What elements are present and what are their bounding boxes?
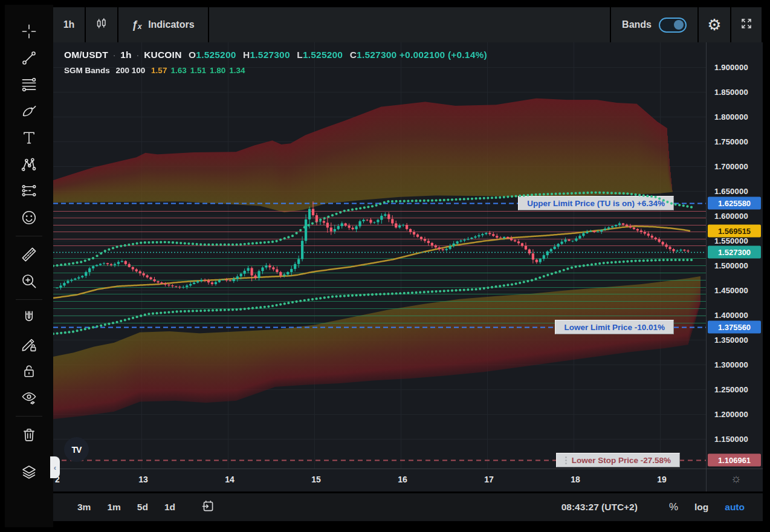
forecast-tool-button[interactable] (16, 178, 42, 204)
crosshair-tool-icon (20, 22, 38, 41)
go-to-date-button[interactable] (200, 498, 216, 516)
toggle-knob (674, 20, 684, 30)
price-tick: 1.250000 (714, 385, 748, 394)
toolbar-separator (16, 299, 42, 300)
time-tick: 16 (398, 475, 407, 484)
object-tree-tool-button[interactable] (16, 459, 42, 485)
price-badge: 1.106961 (708, 454, 761, 467)
price-tick: 1.800000 (714, 112, 748, 122)
price-badge: 1.527300 (708, 246, 761, 259)
fullscreen-icon (739, 16, 754, 33)
price-tick: 1.600000 (714, 212, 748, 221)
gear-icon: ⚙ (707, 16, 721, 34)
chart-style-button[interactable] (86, 7, 117, 42)
zoom-in-tool-button[interactable] (16, 268, 42, 294)
price-tick: 1.150000 (714, 435, 748, 444)
pattern-tool-icon (20, 155, 38, 174)
time-axis[interactable]: ☼ 213141516171819 (53, 469, 763, 491)
time-tick: 13 (138, 475, 148, 484)
range-1d-button[interactable]: 1d (164, 502, 175, 513)
auto-scale-button[interactable]: auto (725, 502, 745, 513)
bands-toggle-group: Bands (611, 7, 697, 42)
drawing-lock-tool-button[interactable] (16, 331, 42, 358)
price-tick: 1.750000 (714, 137, 748, 146)
price-tick: 1.500000 (714, 261, 748, 270)
trading-chart-app: 1h ƒₓ Indicators Bands ⚙ (0, 0, 770, 532)
brush-tool-icon (20, 102, 38, 120)
delete-drawings-tool-icon (20, 426, 38, 444)
emoji-tool-button[interactable] (16, 204, 42, 231)
zoom-in-tool-icon (20, 272, 38, 290)
price-tick: 1.650000 (714, 187, 748, 196)
settings-button[interactable]: ⚙ (699, 7, 730, 42)
toolbar-separator (16, 236, 42, 236)
fib-retracement-tool-icon (20, 76, 38, 94)
log-scale-button[interactable]: log (694, 502, 708, 513)
collapse-panel-tab[interactable]: ‹ (50, 456, 60, 478)
fullscreen-button[interactable] (731, 7, 762, 42)
price-tick: 1.300000 (714, 360, 748, 369)
price-badge: 1.625580 (708, 197, 761, 210)
trend-line-tool-button[interactable] (16, 45, 42, 71)
price-tick: 1.700000 (714, 162, 748, 171)
toolbar-spacer (209, 7, 610, 42)
time-tick: 14 (225, 475, 235, 484)
price-tick: 1.200000 (714, 410, 748, 419)
time-tick: 17 (484, 475, 494, 484)
price-badge: 1.569515 (708, 225, 761, 238)
range-1m-button[interactable]: 1m (107, 502, 120, 513)
price-tick: 1.550000 (714, 236, 748, 245)
percent-scale-button[interactable]: % (669, 501, 678, 513)
toolbar-separator (16, 416, 42, 417)
price-axis[interactable]: 1.9000001.8500001.8000001.7500001.700000… (706, 42, 763, 469)
price-tick: 1.450000 (714, 286, 748, 295)
price-badge: 1.375560 (708, 321, 761, 334)
bands-toggle-label: Bands (622, 19, 652, 30)
magnet-tool-button[interactable] (16, 305, 42, 331)
price-tick: 1.900000 (714, 63, 748, 72)
price-tick: 1.350000 (714, 336, 748, 345)
hide-drawings-tool-icon (20, 389, 38, 407)
drawing-toolbar (5, 5, 53, 527)
price-tick: 1.400000 (714, 311, 748, 320)
time-tick: 18 (571, 475, 580, 484)
brightness-icon[interactable]: ☼ (731, 472, 742, 485)
trend-line-tool-icon (20, 49, 38, 67)
lock-all-tool-button[interactable] (16, 358, 42, 384)
text-tool-icon (20, 129, 38, 147)
candlestick-icon (94, 16, 109, 34)
magnet-tool-icon (20, 309, 38, 327)
crosshair-tool-button[interactable] (16, 18, 42, 45)
ruler-tool-button[interactable] (16, 241, 42, 268)
forecast-tool-icon (20, 182, 38, 200)
text-tool-button[interactable] (16, 125, 42, 151)
time-tick: 15 (311, 475, 321, 484)
axis-divider (706, 469, 707, 491)
fib-retracement-tool-button[interactable] (16, 71, 42, 98)
bottom-toolbar: 3m 1m 5d 1d 08:43:27 (UTC+2) % log auto (53, 493, 763, 521)
fx-icon: ƒₓ (132, 19, 142, 31)
brush-tool-button[interactable] (16, 98, 42, 125)
range-5d-button[interactable]: 5d (137, 502, 148, 513)
interval-button[interactable]: 1h (53, 7, 85, 42)
calendar-arrow-icon (200, 498, 216, 516)
pattern-tool-button[interactable] (16, 151, 42, 178)
range-3m-button[interactable]: 3m (77, 502, 91, 513)
ruler-tool-icon (20, 245, 38, 264)
object-tree-tool-icon (20, 463, 38, 481)
time-tick: 19 (657, 475, 667, 484)
emoji-tool-icon (20, 209, 38, 227)
price-tick: 1.850000 (714, 88, 748, 97)
lock-all-tool-icon (20, 362, 38, 380)
drawing-lock-tool-icon (20, 336, 38, 354)
bands-toggle[interactable] (659, 18, 687, 33)
indicators-button[interactable]: ƒₓ Indicators (118, 7, 208, 42)
top-toolbar: 1h ƒₓ Indicators Bands ⚙ (53, 7, 763, 42)
clock-timezone[interactable]: 08:43:27 (UTC+2) (561, 502, 638, 513)
delete-drawings-tool-button[interactable] (16, 421, 42, 448)
chart-overlay-canvas[interactable] (53, 42, 706, 469)
chart-plot: Upper Limit Price (TU is on) +6.34% Lowe… (53, 42, 706, 469)
hide-drawings-tool-button[interactable] (16, 384, 42, 411)
